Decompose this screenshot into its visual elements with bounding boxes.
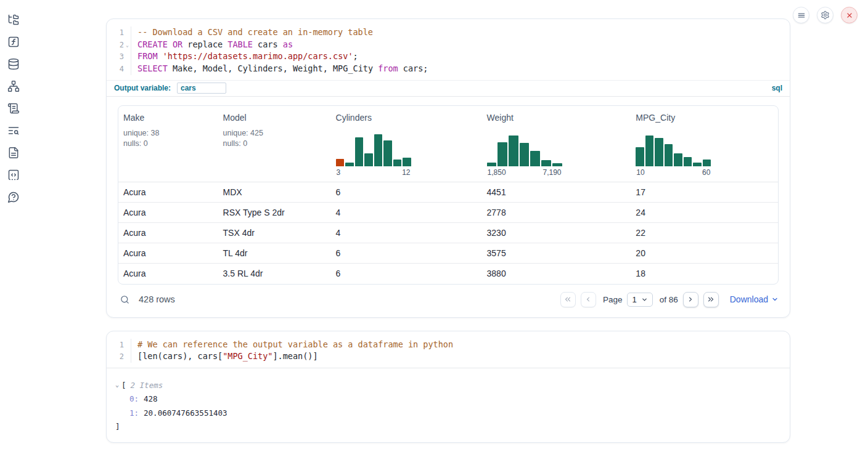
table-row[interactable]: AcuraTSX 4dr4323022 [118, 223, 778, 243]
page-select[interactable]: 1 [627, 293, 652, 307]
prev-page-button[interactable] [581, 292, 596, 307]
histogram-bar[interactable] [665, 144, 673, 166]
code-line[interactable]: SELECT Make, Model, Cylinders, Weight, M… [137, 63, 790, 75]
sidebar-item-documentation[interactable] [7, 147, 20, 159]
sidebar-item-snippets[interactable] [7, 169, 20, 181]
chevron-down-icon [771, 296, 779, 303]
histogram-bar[interactable] [636, 147, 644, 166]
histogram-bar[interactable] [403, 158, 411, 166]
scroll-text-icon [7, 102, 20, 115]
sidebar-item-help[interactable] [7, 191, 20, 203]
column-header-cylinders[interactable]: Cylinders312 [331, 106, 482, 182]
fold-chevron-icon[interactable]: ⌄ [124, 41, 131, 48]
column-histogram: 1,8507,190 [487, 134, 626, 177]
column-title: Weight [487, 113, 626, 123]
table-cell: 2778 [482, 208, 631, 217]
table-row[interactable]: AcuraTL 4dr6357520 [118, 243, 778, 264]
sql-cell: 12⌄34 -- Download a CSV and create an in… [106, 18, 790, 318]
table-row[interactable]: AcuraMDX6445117 [118, 182, 778, 203]
sidebar-item-logs[interactable] [7, 124, 20, 137]
histogram-bar[interactable] [345, 163, 354, 166]
page-value: 1 [632, 295, 636, 304]
sidebar-item-variables[interactable] [7, 36, 20, 48]
table-cell: 20 [631, 248, 778, 258]
sidebar-item-files[interactable] [7, 14, 20, 26]
column-stats: unique: 425nulls: 0 [223, 128, 326, 149]
row-count: 428 rows [139, 294, 175, 304]
table-cell: 6 [331, 187, 482, 197]
sidebar-item-dependencies[interactable] [7, 80, 20, 92]
table-cell: 4 [331, 228, 482, 238]
histogram-bar[interactable] [552, 163, 562, 166]
table-row[interactable]: Acura3.5 RL 4dr6388018 [118, 264, 778, 284]
tree-item-value: 20.060747663551403 [144, 408, 227, 418]
table-cell: Acura [118, 187, 218, 197]
shutdown-button[interactable] [841, 7, 858, 23]
sidebar-item-datasources[interactable] [7, 58, 20, 70]
output-variable-input[interactable] [177, 83, 226, 94]
help-chat-icon [7, 191, 20, 203]
code-line[interactable]: # We can reference the output variable a… [137, 339, 790, 351]
histogram-bar[interactable] [645, 136, 654, 166]
histogram-bar[interactable] [703, 160, 711, 166]
chevron-left-icon [584, 295, 592, 304]
python-cell: 12 # We can reference the output variabl… [106, 331, 790, 443]
histogram-bar[interactable] [383, 140, 392, 166]
histogram-bar[interactable] [530, 151, 540, 166]
column-header-weight[interactable]: Weight1,8507,190 [482, 106, 631, 182]
code-line[interactable]: [len(cars), cars["MPG_City"].mean()] [137, 350, 790, 363]
histogram-bar[interactable] [541, 160, 551, 166]
column-header-make[interactable]: Makeunique: 38nulls: 0 [118, 106, 218, 182]
table-cell: MDX [218, 187, 331, 197]
column-histogram: 312 [336, 134, 477, 177]
sql-editor-content: -- Download a CSV and create an in-memor… [131, 26, 790, 75]
histogram-bar[interactable] [509, 136, 518, 166]
code-line[interactable]: -- Download a CSV and create an in-memor… [137, 26, 790, 39]
histogram-bar[interactable] [520, 143, 530, 166]
table-cell: Acura [118, 208, 218, 217]
next-page-button[interactable] [683, 292, 698, 307]
table-body: AcuraMDX6445117AcuraRSX Type S 2dr427782… [118, 182, 778, 284]
tree-close-bracket: ] [115, 422, 120, 431]
column-header-mpg_city[interactable]: MPG_City1060 [631, 106, 778, 182]
table-cell: 4451 [482, 187, 631, 197]
py-editor[interactable]: 12 # We can reference the output variabl… [107, 331, 790, 368]
histogram-bar[interactable] [684, 157, 692, 166]
histogram-bar[interactable] [355, 137, 364, 166]
histogram-bar[interactable] [336, 159, 345, 166]
close-icon [846, 12, 853, 19]
tree-collapse-icon[interactable]: ⌄ [115, 382, 121, 388]
first-page-button[interactable] [560, 292, 576, 307]
column-title: Model [223, 113, 326, 123]
histogram-bar[interactable] [674, 153, 682, 166]
settings-button[interactable] [817, 7, 833, 23]
sidebar-item-scratchpad[interactable] [7, 102, 20, 115]
search-button[interactable] [120, 294, 130, 305]
histogram-bar[interactable] [393, 160, 402, 166]
table-row[interactable]: AcuraRSX Type S 2dr4277824 [118, 203, 778, 223]
histogram-bar[interactable] [693, 163, 702, 166]
histogram-bar[interactable] [655, 138, 663, 166]
histogram-bar[interactable] [364, 153, 373, 166]
notebook-menu-button[interactable] [793, 7, 809, 23]
column-header-model[interactable]: Modelunique: 425nulls: 0 [218, 106, 331, 182]
column-title: Make [123, 113, 213, 123]
sql-editor[interactable]: 12⌄34 -- Download a CSV and create an in… [107, 19, 790, 80]
histogram-bar[interactable] [487, 163, 497, 166]
line-number: 2 [107, 350, 131, 363]
line-number: 4 [107, 63, 131, 75]
line-number: 3 [107, 51, 131, 63]
table-cell: Acura [118, 248, 218, 258]
tree-close-line: ] [115, 420, 790, 434]
code-line[interactable]: FROM 'https://datasets.marimo.app/cars.c… [137, 51, 790, 63]
histogram-bar[interactable] [374, 134, 383, 166]
line-number: 1 [107, 339, 131, 351]
histogram-bar[interactable] [497, 142, 507, 166]
last-page-button[interactable] [703, 292, 719, 307]
line-number: 1 [107, 26, 131, 39]
code-line[interactable]: CREATE OR replace TABLE cars as [137, 39, 790, 51]
download-button[interactable]: Download [730, 294, 779, 304]
table-cell: 3575 [482, 248, 631, 258]
dependency-graph-icon [7, 80, 20, 92]
line-number: 2⌄ [107, 39, 131, 51]
